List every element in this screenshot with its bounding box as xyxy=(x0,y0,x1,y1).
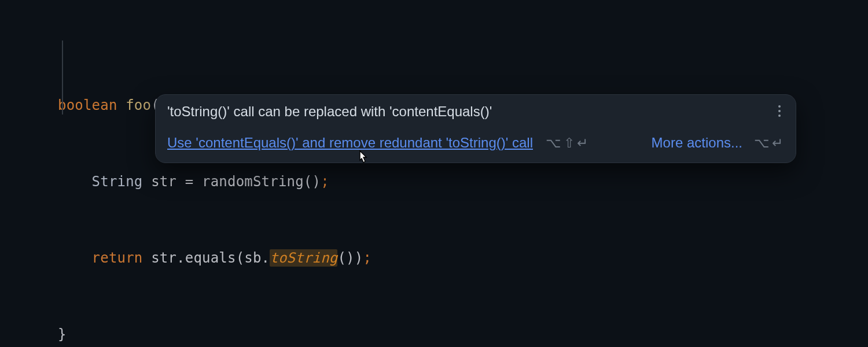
code-line-3: return str.equals(sb.toString()); xyxy=(58,245,868,271)
key-alt-icon: ⌥ xyxy=(546,136,562,150)
key-alt-icon: ⌥ xyxy=(754,136,771,150)
more-options-icon[interactable] xyxy=(774,103,785,119)
key-enter-icon: ↵ xyxy=(772,136,784,150)
key-enter-icon: ↵ xyxy=(577,136,589,150)
key-shift-icon: ⇧ xyxy=(564,136,576,150)
code-line-2: String str = randomString(); xyxy=(58,169,868,194)
quick-fix-link[interactable]: Use 'contentEquals()' and remove redunda… xyxy=(167,135,533,150)
quick-fix-shortcut: ⌥ ⇧ ↵ xyxy=(546,136,589,150)
fold-gutter-line xyxy=(62,40,63,115)
code-line-4: } xyxy=(58,322,868,347)
inspection-actions-row: Use 'contentEquals()' and remove redunda… xyxy=(167,135,784,150)
more-actions-link[interactable]: More actions... xyxy=(652,135,742,150)
inspection-title: 'toString()' call can be replaced with '… xyxy=(167,104,784,119)
more-actions-shortcut: ⌥ ↵ xyxy=(754,136,784,150)
code-editor[interactable]: boolean foo(StringBuilder sb) { String s… xyxy=(0,0,868,347)
inspection-popup: 'toString()' call can be replaced with '… xyxy=(155,94,796,163)
inspection-highlight: toString xyxy=(270,249,337,267)
